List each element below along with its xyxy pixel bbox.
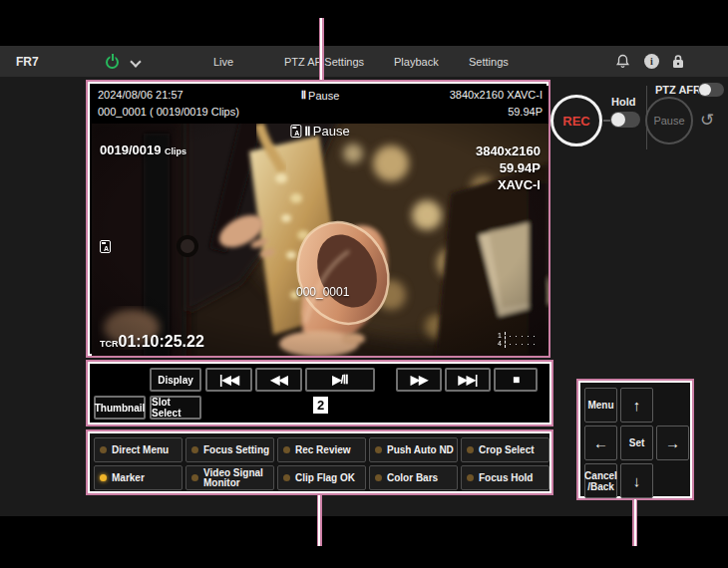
- led-indicator: [283, 446, 290, 453]
- audio-ch-top: 1: [498, 332, 502, 340]
- assign-button-crop-select[interactable]: Crop Select: [461, 437, 549, 462]
- power-icon[interactable]: [106, 54, 121, 69]
- ptz-afr-label: PTZ AFR: [655, 84, 701, 96]
- top-bar: FR7 Live PTZ AF Settings Playback Settin…: [0, 46, 728, 77]
- playback-viewer-panel: 2024/08/06 21:57 000_0001 ( 0019/0019 Cl…: [86, 80, 550, 358]
- meter-scale: [505, 332, 506, 348]
- led-indicator: [375, 474, 382, 481]
- assign-button-focus-setting[interactable]: Focus Setting: [185, 437, 274, 462]
- rewind-button[interactable]: ◀◀: [255, 368, 302, 392]
- reset-icon[interactable]: ↺: [700, 110, 714, 131]
- tab-ptz-af-settings[interactable]: PTZ AF Settings: [284, 56, 364, 68]
- fast-forward-button[interactable]: ▶▶: [396, 368, 442, 392]
- pause-button[interactable]: Pause: [645, 97, 693, 144]
- led-indicator: [100, 446, 107, 453]
- callout-line-assignable: [317, 495, 322, 546]
- stop-button[interactable]: ■: [494, 368, 538, 392]
- pause-icon: Ⅱ: [304, 124, 309, 139]
- tab-playback[interactable]: Playback: [394, 56, 439, 68]
- led-indicator: [100, 474, 107, 481]
- overlay-clips-count: 0019/0019 Clips: [100, 142, 186, 157]
- down-arrow-button[interactable]: ↓: [620, 463, 653, 498]
- rec-hold-link: [603, 120, 610, 122]
- format-text: 3840x2160 XAVC-I: [450, 89, 543, 101]
- clip-info-text: 000_0001 ( 0019/0019 Clips): [98, 106, 239, 118]
- assign-button-rec-review[interactable]: Rec Review: [277, 437, 366, 462]
- left-arrow-button[interactable]: ←: [584, 426, 617, 460]
- media-slot-a-icon: A: [100, 240, 111, 253]
- lock-icon: [671, 54, 685, 73]
- overlay-pause-label: Pause: [313, 124, 350, 139]
- overlay-timecode: TCR01:10:25.22: [100, 333, 204, 351]
- led-indicator: [191, 474, 198, 481]
- tab-settings[interactable]: Settings: [469, 56, 509, 68]
- callout-line-dpad: [632, 499, 637, 546]
- assign-button-focus-hold[interactable]: Focus Hold: [461, 465, 549, 490]
- media-slot-a-icon: A: [290, 125, 301, 138]
- led-indicator: [467, 446, 474, 453]
- menu-dpad-panel: Menu ↑ ← Set → Cancel /Back ↓: [576, 379, 694, 500]
- status-pause-indicator: Ⅱ Pause: [301, 89, 340, 102]
- overlay-clip-name: 000_0001: [296, 285, 349, 299]
- display-button[interactable]: Display: [150, 368, 201, 392]
- chevron-down-icon[interactable]: [130, 56, 141, 67]
- overlay-pause-indicator: A Ⅱ Pause: [290, 124, 349, 139]
- overlay-resolution: 3840x2160: [476, 142, 541, 159]
- led-indicator: [283, 474, 290, 481]
- cancel-back-button[interactable]: Cancel /Back: [584, 463, 617, 498]
- callout-line-viewer: [319, 18, 324, 80]
- overlay-media-slot: A: [100, 239, 111, 257]
- app-stage: FR7 Live PTZ AF Settings Playback Settin…: [0, 0, 728, 568]
- viewer-status-bar: 2024/08/06 21:57 000_0001 ( 0019/0019 Cl…: [92, 86, 548, 124]
- led-indicator: [467, 474, 474, 481]
- right-arrow-button[interactable]: →: [656, 426, 689, 460]
- prev-clip-button[interactable]: |◀◀: [205, 368, 252, 392]
- pause-icon: Ⅱ: [301, 89, 305, 102]
- led-indicator: [375, 446, 382, 453]
- overlay-framerate: 59.94P: [476, 159, 541, 176]
- assign-button-push-auto-nd[interactable]: Push Auto ND: [369, 437, 458, 462]
- rec-button[interactable]: REC: [550, 95, 602, 146]
- rec-hold-toggle[interactable]: [610, 112, 640, 128]
- datetime-text: 2024/08/06 21:57: [98, 89, 183, 101]
- clips-label: Clips: [165, 146, 186, 156]
- framerate-text: 59.94P: [508, 106, 543, 118]
- ptz-afr-toggle[interactable]: [698, 83, 724, 97]
- info-icon[interactable]: i: [644, 54, 659, 69]
- assign-button-marker[interactable]: Marker: [94, 465, 182, 490]
- up-arrow-button[interactable]: ↑: [620, 388, 653, 423]
- overlay-codec: XAVC-I: [476, 176, 541, 193]
- pause-label: Pause: [308, 90, 339, 102]
- assign-button-video-signal-monitor[interactable]: Video Signal Monitor: [185, 465, 274, 490]
- audio-ch-bottom: 4: [498, 340, 502, 348]
- menu-button[interactable]: Menu: [584, 388, 617, 423]
- overlay-format-stack: 3840x2160 59.94P XAVC-I: [476, 142, 541, 193]
- tc-label: TCR: [100, 339, 119, 349]
- device-name: FR7: [16, 55, 39, 69]
- thumbnail-button[interactable]: Thumbnail: [94, 396, 146, 420]
- notification-bell-icon[interactable]: [615, 54, 630, 73]
- hold-label: Hold: [611, 96, 635, 108]
- assignable-buttons-panel: Direct Menu Focus Setting Rec Review Pus…: [86, 429, 553, 495]
- audio-level-meter: 1 4 ····· ·····: [498, 332, 539, 348]
- assign-button-clip-flag-ok[interactable]: Clip Flag OK: [277, 465, 366, 490]
- annotation-number-badge: 2: [313, 397, 328, 414]
- play-pause-button[interactable]: ▶/Ⅱ: [305, 368, 375, 392]
- video-preview[interactable]: A Ⅱ Pause 0019/0019 Clips 3840x2160 59.9…: [92, 124, 548, 356]
- set-button[interactable]: Set: [620, 426, 653, 460]
- led-indicator: [191, 446, 198, 453]
- next-clip-button[interactable]: ▶▶|: [445, 368, 491, 392]
- assign-button-direct-menu[interactable]: Direct Menu: [94, 437, 182, 462]
- assign-button-color-bars[interactable]: Color Bars: [369, 465, 458, 490]
- slot-select-button[interactable]: Slot Select: [150, 396, 201, 420]
- transport-panel: Display |◀◀ ◀◀ ▶/Ⅱ ▶▶ ▶▶| ■ Thumbnail Sl…: [86, 360, 553, 426]
- tab-live[interactable]: Live: [213, 56, 233, 68]
